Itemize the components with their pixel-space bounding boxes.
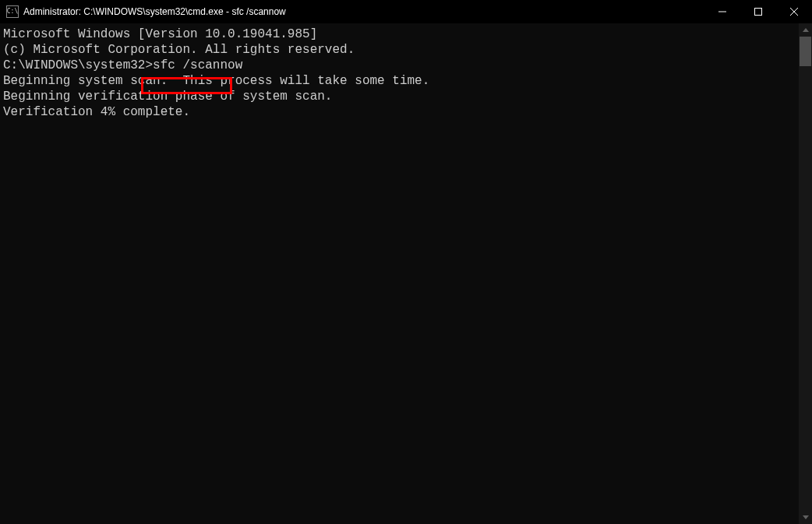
terminal-prompt: C:\WINDOWS\system32>: [3, 58, 153, 72]
terminal-prompt-line: C:\WINDOWS\system32>sfc /scannow: [3, 58, 796, 73]
cmd-icon: C:\: [6, 5, 19, 18]
window-controls: [704, 0, 812, 23]
scroll-thumb[interactable]: [800, 37, 811, 66]
scroll-down-arrow-icon[interactable]: [799, 511, 812, 524]
terminal-line: Microsoft Windows [Version 10.0.19041.98…: [3, 26, 796, 42]
maximize-button[interactable]: [740, 0, 776, 23]
svg-rect-1: [755, 9, 762, 16]
svg-marker-5: [803, 515, 809, 519]
terminal-line: (c) Microsoft Corporation. All rights re…: [3, 42, 796, 58]
terminal-command: sfc /scannow: [153, 58, 242, 72]
vertical-scrollbar[interactable]: [799, 23, 812, 524]
svg-marker-4: [803, 28, 809, 32]
terminal-content[interactable]: Microsoft Windows [Version 10.0.19041.98…: [0, 23, 799, 524]
terminal-line: Beginning verification phase of system s…: [3, 89, 796, 104]
terminal-line: Verification 4% complete.: [3, 104, 796, 120]
scroll-track[interactable]: [799, 37, 812, 511]
terminal-area: Microsoft Windows [Version 10.0.19041.98…: [0, 23, 812, 524]
window-title: Administrator: C:\WINDOWS\system32\cmd.e…: [23, 6, 286, 17]
window-titlebar: C:\ Administrator: C:\WINDOWS\system32\c…: [0, 0, 812, 23]
minimize-button[interactable]: [704, 0, 740, 23]
close-button[interactable]: [776, 0, 812, 23]
titlebar-left: C:\ Administrator: C:\WINDOWS\system32\c…: [0, 5, 286, 18]
terminal-line: Beginning system scan. This process will…: [3, 73, 796, 89]
scroll-up-arrow-icon[interactable]: [799, 23, 812, 37]
